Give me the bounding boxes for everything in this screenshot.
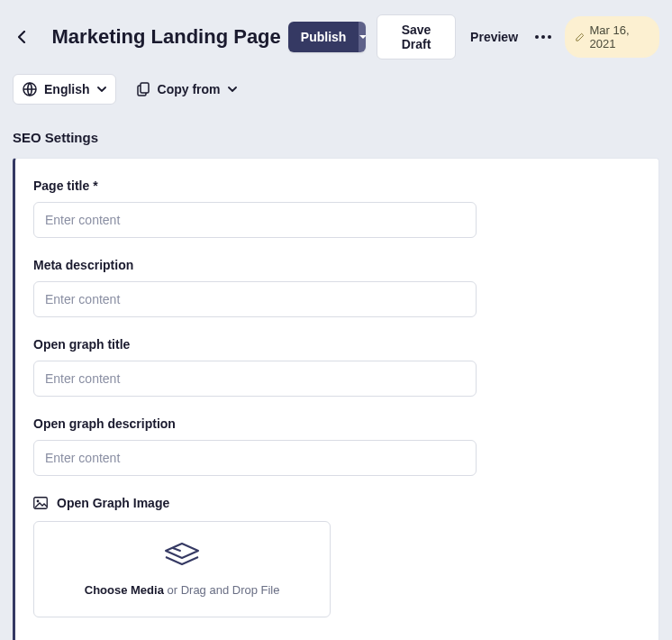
field-og-image: Open Graph Image Choose Media or Drag an… bbox=[33, 496, 640, 617]
svg-point-7 bbox=[37, 500, 40, 503]
layers-icon bbox=[162, 542, 202, 572]
date-label: Mar 16, 2021 bbox=[590, 23, 648, 50]
copy-icon bbox=[136, 82, 150, 96]
image-icon bbox=[33, 497, 48, 509]
more-menu-button[interactable] bbox=[532, 24, 554, 50]
section-title: SEO Settings bbox=[0, 117, 672, 158]
more-horizontal-icon bbox=[535, 35, 551, 39]
header: Marketing Landing Page Publish Save Draf… bbox=[0, 0, 672, 74]
subbar: English Copy from bbox=[0, 74, 672, 117]
pencil-icon bbox=[576, 32, 585, 42]
save-draft-button[interactable]: Save Draft bbox=[377, 14, 456, 59]
og-description-label: Open graph description bbox=[33, 416, 640, 431]
publish-combo: Publish bbox=[288, 22, 366, 52]
og-title-label: Open graph title bbox=[33, 337, 640, 352]
og-image-drop-text: Choose Media or Drag and Drop File bbox=[85, 583, 280, 597]
field-og-title: Open graph title bbox=[33, 337, 640, 397]
field-page-title: Page title * bbox=[33, 178, 640, 238]
seo-panel: Page title * Meta description Open graph… bbox=[13, 158, 659, 640]
language-selector[interactable]: English bbox=[13, 74, 116, 105]
og-image-dropzone[interactable]: Choose Media or Drag and Drop File bbox=[33, 521, 331, 617]
page-title-label: Page title * bbox=[33, 178, 640, 193]
field-meta-description: Meta description bbox=[33, 258, 640, 317]
header-actions: Publish Save Draft Preview Mar 16, 2021 bbox=[288, 14, 659, 59]
publish-button[interactable]: Publish bbox=[288, 22, 359, 52]
copy-from-label: Copy from bbox=[158, 82, 221, 96]
choose-media-label: Choose Media bbox=[85, 583, 164, 597]
chevron-down-icon bbox=[97, 87, 106, 92]
og-image-label: Open Graph Image bbox=[57, 496, 169, 510]
og-description-input[interactable] bbox=[33, 440, 477, 476]
back-button[interactable] bbox=[13, 26, 32, 48]
globe-icon bbox=[23, 82, 37, 96]
page-title-input[interactable] bbox=[33, 202, 477, 238]
og-image-label-row: Open Graph Image bbox=[33, 496, 640, 510]
chevron-down-icon bbox=[228, 87, 237, 92]
publish-dropdown-button[interactable] bbox=[359, 22, 366, 52]
svg-point-2 bbox=[548, 35, 551, 39]
preview-button[interactable]: Preview bbox=[467, 23, 522, 51]
svg-point-0 bbox=[535, 35, 539, 39]
og-title-input[interactable] bbox=[33, 361, 477, 397]
meta-description-label: Meta description bbox=[33, 258, 640, 272]
language-label: English bbox=[44, 82, 90, 96]
meta-description-input[interactable] bbox=[33, 281, 477, 317]
svg-rect-5 bbox=[141, 83, 149, 93]
chevron-left-icon bbox=[18, 31, 26, 43]
date-chip[interactable]: Mar 16, 2021 bbox=[565, 16, 659, 58]
page-title: Marketing Landing Page bbox=[52, 25, 281, 49]
field-og-description: Open graph description bbox=[33, 416, 640, 476]
caret-down-icon bbox=[359, 34, 366, 40]
svg-point-1 bbox=[541, 35, 545, 39]
drop-file-label: or Drag and Drop File bbox=[164, 583, 280, 597]
copy-from-button[interactable]: Copy from bbox=[127, 75, 246, 104]
